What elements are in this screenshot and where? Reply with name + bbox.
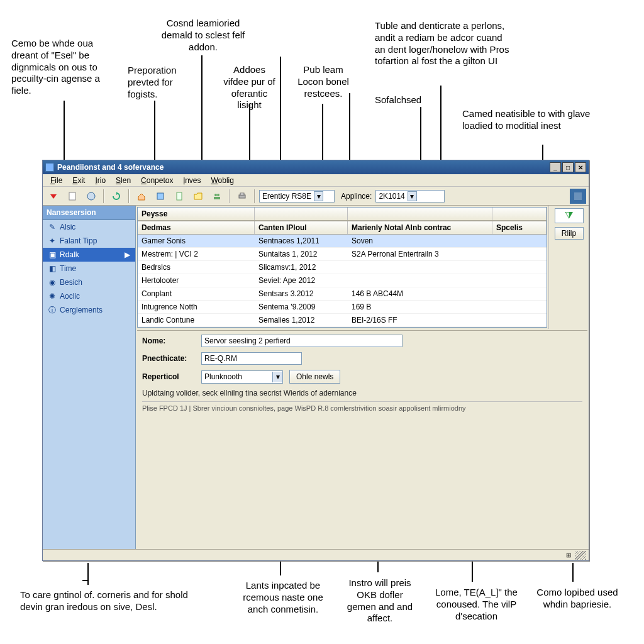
sidebar-item-label: Aoclic <box>60 292 80 301</box>
app-window: Peandiionst and 4 sofervance _ □ ✕ File … <box>42 160 589 561</box>
col-marienly[interactable]: Marienly Notal Alnb contrac <box>348 221 492 234</box>
globe-icon: ◉ <box>48 278 57 287</box>
input-pne[interactable] <box>201 352 302 365</box>
callout-top-b: Preporation prevted for fogists. <box>128 65 187 100</box>
tb-page-icon[interactable] <box>171 189 187 204</box>
ohle-button[interactable]: Ohle newls <box>289 370 340 384</box>
resize-grip-icon[interactable] <box>575 551 586 560</box>
close-button[interactable]: ✕ <box>575 162 586 172</box>
table-cell: Hertolooter <box>138 274 255 287</box>
titlebar[interactable]: Peandiionst and 4 sofervance _ □ ✕ <box>43 160 589 174</box>
svg-rect-0 <box>69 192 75 200</box>
table-cell: Sentnaces 1,2011 <box>255 235 348 247</box>
menu-slen[interactable]: Slen <box>111 174 136 186</box>
table-cell: Sentema '9.2009 <box>255 301 348 313</box>
sidebar-item-alsic[interactable]: ✎Alsic <box>43 220 135 234</box>
list-supercol[interactable] <box>255 208 348 220</box>
tb-combo-appliance-value: 2K1014 <box>379 192 404 201</box>
combo-rep[interactable]: Plunknooth ▾ <box>201 370 283 384</box>
menubar: File Exit Irio Slen Conpetox lnves Wobli… <box>43 174 589 187</box>
table-cell: Slicamsv:1, 2012 <box>255 261 348 274</box>
col-spcelis[interactable]: Spcelis <box>492 221 547 234</box>
blank-area <box>136 417 589 549</box>
statusbar: ⊞ <box>43 549 589 560</box>
callout-top-f-b: Sofalchsed <box>375 94 438 106</box>
svg-rect-9 <box>574 192 582 200</box>
col-dedmas[interactable]: Dedmas <box>138 221 255 234</box>
svg-point-1 <box>87 192 95 200</box>
sidebar-item-aoclic[interactable]: ✺Aoclic <box>43 289 135 303</box>
svg-rect-8 <box>240 193 244 195</box>
table-cell: Sentsars 3.2012 <box>255 287 348 300</box>
toolbar-grip-icon[interactable] <box>570 189 586 204</box>
tb-down-arrow-icon[interactable] <box>45 189 62 204</box>
input-name[interactable] <box>201 335 402 347</box>
table-row[interactable]: Landic ContuneSemalies 1,2012BEI-2/16S F… <box>138 314 547 327</box>
tb-print-icon[interactable] <box>234 189 250 204</box>
tb-sep <box>254 189 255 203</box>
table-row[interactable]: BedrslcsSlicamsv:1, 2012 <box>138 261 547 274</box>
label-rep: Reperticol <box>142 372 201 381</box>
menu-irio[interactable]: Irio <box>90 174 111 186</box>
tb-folder-icon[interactable] <box>190 189 206 204</box>
tb-globe-icon[interactable] <box>83 189 99 204</box>
sidebar-item-time[interactable]: ◧Time <box>43 262 135 275</box>
callout-top-c: Cosnd leamioried demald to sclest felf a… <box>155 18 251 53</box>
minimize-button[interactable]: _ <box>550 162 561 172</box>
menu-exit[interactable]: Exit <box>67 174 90 186</box>
tb-people-icon[interactable] <box>209 189 225 204</box>
list-view: Peysse Dedmas Canten IPloul Marienly Not… <box>137 207 547 328</box>
list-supercol[interactable] <box>348 208 492 220</box>
dropdown-icon: ▾ <box>314 191 323 201</box>
table-row[interactable]: Intugrence NotthSentema '9.2009169 B <box>138 301 547 314</box>
callout-bot-a: To care gntinol of. corneris and for sho… <box>20 589 196 613</box>
status-text: ⊞ <box>566 552 571 558</box>
table-cell: BEI-2/16S FF <box>348 314 492 326</box>
table-cell: Gamer Sonis <box>138 235 255 247</box>
toolbar: Erenticy RS8E ▾ Applince: 2K1014 ▾ <box>43 187 589 206</box>
callout-bot-e: Como lopibed used whdin bapriesie. <box>536 587 618 611</box>
menu-inves[interactable]: lnves <box>178 174 206 186</box>
callout-top-f-a: Tuble and denticrate a perlons, andit a … <box>375 20 513 67</box>
label-name: Nome: <box>142 336 201 345</box>
sidebar: Nansesersion ✎Alsic ✦Falant Tipp ▣Rdalk▶… <box>43 206 136 549</box>
callout-bot-d: Lome, TE(A_L]" the conoused. The vilP d'… <box>428 587 525 622</box>
tb-doc-icon[interactable] <box>64 189 80 204</box>
table-row[interactable]: Gamer SonisSentnaces 1,2011Soven <box>138 235 547 248</box>
callout-top-a: Cemo be whde oua dreant of "Esel" be dig… <box>11 38 121 97</box>
sidebar-item-besich[interactable]: ◉Besich <box>43 275 135 289</box>
help-button[interactable]: Rlilp <box>555 227 584 240</box>
table-row[interactable]: HertolooterSeviel: Ape 2012 <box>138 274 547 287</box>
tb-combo-entity-value: Erenticy RS8E <box>262 192 311 201</box>
sidebar-item-label: Cerglements <box>60 306 103 314</box>
table-row[interactable]: ConplantSentsars 3.2012146 B ABC44M <box>138 287 547 301</box>
tb-combo-appliance[interactable]: 2K1014 ▾ <box>375 190 445 203</box>
svg-rect-3 <box>177 192 182 200</box>
svg-point-4 <box>214 194 217 196</box>
list-supercol[interactable]: Peysse <box>138 208 255 220</box>
maximize-button[interactable]: □ <box>562 162 574 172</box>
sidebar-item-rdalk[interactable]: ▣Rdalk▶ <box>43 248 135 262</box>
sidebar-item-falant[interactable]: ✦Falant Tipp <box>43 234 135 248</box>
flag-icon: ▣ <box>48 250 57 259</box>
menu-conpetox[interactable]: Conpetox <box>136 174 178 186</box>
menu-file[interactable]: File <box>45 174 67 186</box>
tb-refresh-icon[interactable] <box>108 189 125 204</box>
col-canten[interactable]: Canten IPloul <box>255 221 348 234</box>
list-supercol[interactable] <box>492 208 547 220</box>
callout-top-g: Camed neatisible to with glave loadied t… <box>462 108 607 132</box>
table-row[interactable]: Mestrem: | VCI 2Suntaitas 1, 2012S2A Per… <box>138 248 547 261</box>
callout-bot-c: Instro will preis OKB dofler gemen and a… <box>345 577 414 625</box>
sidebar-item-cerglements[interactable]: ⓘCerglements <box>43 303 135 317</box>
tb-combo-entity[interactable]: Erenticy RS8E ▾ <box>259 190 335 203</box>
menu-woblig[interactable]: Woblig <box>206 174 239 186</box>
dropdown-icon: ▾ <box>272 372 282 382</box>
tb-book-icon[interactable] <box>152 189 169 204</box>
tb-home-icon[interactable] <box>133 189 150 204</box>
detail-footer: Plise FPCD 1J | Sbrer vincioun consniolt… <box>142 401 582 412</box>
table-cell: Mestrem: | VCI 2 <box>138 248 255 260</box>
right-aux: ⧩ Rlilp <box>548 206 589 329</box>
aux-action-icon[interactable]: ⧩ <box>555 208 584 223</box>
svg-rect-6 <box>214 197 220 199</box>
table-cell: S2A Perronal Entertrailn 3 <box>348 248 492 260</box>
